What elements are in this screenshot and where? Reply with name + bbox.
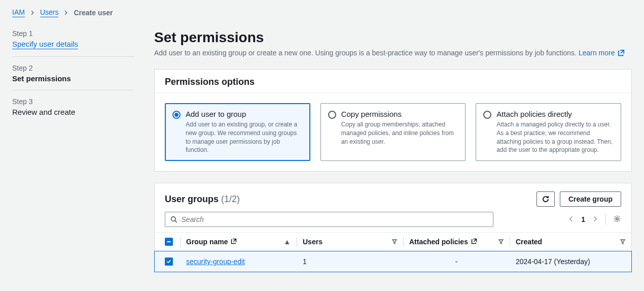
chevron-right-icon (63, 10, 68, 15)
table-row[interactable]: security-group-edit 1 - 2024-04-17 (Yest… (155, 251, 631, 272)
groups-title-text: User groups (165, 194, 219, 204)
divider (605, 214, 606, 225)
step-title[interactable]: Specify user details (12, 40, 78, 49)
svg-point-0 (171, 217, 175, 221)
cell-users: 1 (297, 251, 403, 272)
next-page-button[interactable] (592, 215, 598, 223)
step-label: Step 1 (12, 29, 134, 38)
search-input[interactable] (182, 215, 488, 223)
option-title: Attach policies directly (496, 110, 614, 118)
page-title: Set permissions (154, 29, 632, 46)
option-desc: Copy all group memberships, attached man… (341, 120, 458, 146)
filter-icon (498, 238, 504, 246)
breadcrumb-users[interactable]: Users (40, 8, 59, 17)
col-created[interactable]: Created (516, 238, 625, 246)
external-link-icon (618, 49, 625, 58)
external-link-icon (231, 238, 237, 246)
learn-more-link[interactable]: Learn more (579, 49, 625, 57)
svg-rect-2 (167, 241, 171, 242)
groups-title: User groups (1/2) (165, 194, 240, 205)
option-title: Add user to group (186, 110, 303, 118)
option-desc: Attach a managed policy directly to a us… (496, 120, 614, 154)
user-groups-panel: User groups (1/2) Create group (154, 183, 632, 272)
step-2: Step 2 Set permissions (12, 64, 134, 90)
gear-icon (613, 215, 621, 223)
refresh-icon (542, 195, 550, 203)
groups-table: Group name ▲ Users (155, 232, 631, 272)
radio-icon (483, 111, 491, 119)
subtitle-text: Add user to an existing group or create … (154, 49, 579, 57)
row-checkbox[interactable] (165, 257, 173, 266)
col-label: Users (303, 238, 323, 246)
search-icon (170, 216, 177, 223)
cell-policies: - (403, 251, 510, 272)
search-box[interactable] (165, 212, 493, 227)
option-add-to-group[interactable]: Add user to group Add user to an existin… (165, 103, 310, 161)
col-attached-policies[interactable]: Attached policies (409, 238, 504, 246)
create-group-button[interactable]: Create group (560, 191, 621, 207)
breadcrumb: IAM Users Create user (12, 8, 632, 17)
groups-count: (1/2) (221, 194, 240, 204)
col-label: Attached policies (409, 238, 468, 246)
breadcrumb-iam[interactable]: IAM (12, 8, 25, 17)
step-label: Step 2 (12, 64, 134, 72)
chevron-right-icon (30, 10, 35, 15)
select-all-checkbox[interactable] (165, 238, 173, 246)
step-title: Review and create (12, 108, 134, 116)
option-copy-permissions[interactable]: Copy permissions Copy all group membersh… (320, 103, 466, 161)
svg-point-1 (616, 217, 618, 219)
sort-asc-icon: ▲ (283, 238, 291, 246)
page-subtitle: Add user to an existing group or create … (154, 49, 632, 58)
step-title: Set permissions (12, 74, 134, 83)
option-desc: Add user to an existing group, or create… (186, 120, 303, 154)
wizard-steps: Step 1 Specify user details Step 2 Set p… (12, 29, 134, 283)
step-label: Step 3 (12, 98, 134, 106)
col-label: Created (516, 238, 542, 246)
col-label: Group name (186, 238, 228, 246)
group-name-link[interactable]: security-group-edit (186, 257, 245, 266)
cell-created: 2024-04-17 (Yesterday) (510, 251, 631, 272)
step-1[interactable]: Step 1 Specify user details (12, 29, 134, 57)
radio-icon (328, 111, 336, 119)
pagination: 1 (568, 214, 621, 225)
refresh-button[interactable] (536, 191, 555, 207)
prev-page-button[interactable] (568, 215, 574, 223)
breadcrumb-current: Create user (74, 9, 113, 17)
learn-more-text: Learn more (579, 49, 615, 57)
option-title: Copy permissions (341, 110, 458, 118)
col-group-name[interactable]: Group name ▲ (186, 238, 291, 246)
step-3: Step 3 Review and create (12, 98, 134, 123)
radio-icon (172, 111, 181, 119)
settings-button[interactable] (613, 215, 621, 224)
option-attach-policies[interactable]: Attach policies directly Attach a manage… (476, 103, 621, 161)
main-content: Set permissions Add user to an existing … (154, 29, 632, 283)
filter-icon (392, 238, 397, 246)
filter-icon (620, 238, 625, 246)
permissions-options-panel: Permissions options Add user to group Ad… (154, 69, 632, 172)
page-number: 1 (581, 215, 585, 223)
external-link-icon (471, 238, 477, 246)
col-users[interactable]: Users (303, 238, 397, 246)
panel-title: Permissions options (165, 77, 621, 87)
